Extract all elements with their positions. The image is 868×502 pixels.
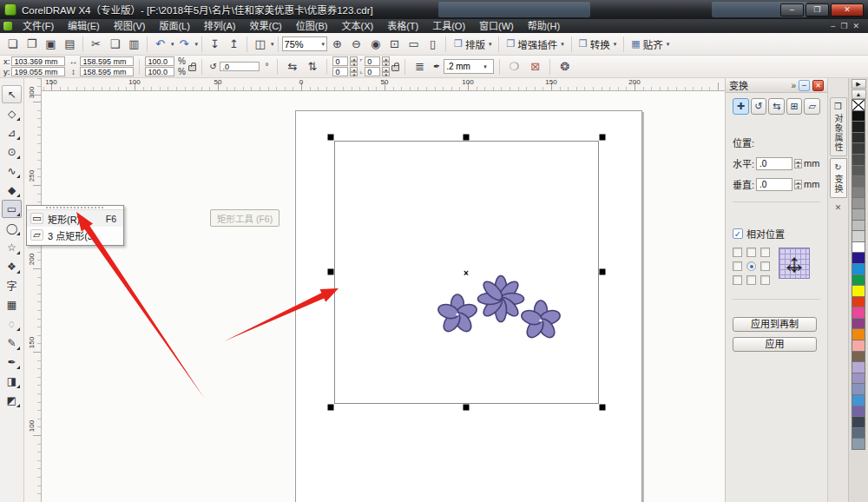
color-swatch[interactable] — [852, 241, 865, 254]
doc-minimize-button[interactable]: – — [831, 22, 835, 30]
maximize-button[interactable]: ❐ — [806, 3, 829, 17]
scale-x-field[interactable] — [145, 56, 174, 66]
outline-pen-tool[interactable]: ✒ — [2, 353, 22, 371]
color-swatch[interactable] — [852, 252, 865, 264]
menu-item-3[interactable]: 视图(V) — [107, 19, 153, 33]
corner-lock-icon[interactable] — [391, 65, 399, 71]
skew-button[interactable]: ▱ — [804, 98, 820, 115]
fill-tool[interactable]: ◨ — [2, 372, 22, 390]
basic-shapes-tool[interactable]: ❖ — [2, 257, 22, 275]
tab-object-properties[interactable]: ❒对象属性 — [830, 97, 847, 156]
anchor-checkbox[interactable] — [733, 261, 742, 271]
color-swatch[interactable] — [852, 383, 865, 395]
color-swatch[interactable] — [852, 438, 865, 450]
color-swatch[interactable] — [852, 318, 865, 330]
color-swatch[interactable] — [852, 110, 865, 122]
copy-icon[interactable]: ❑ — [106, 36, 124, 53]
color-swatch[interactable] — [852, 340, 865, 352]
vertical-ruler[interactable]: 300250200150100 — [24, 78, 42, 502]
color-swatch[interactable] — [852, 373, 865, 385]
text-tool[interactable]: 字 — [2, 276, 22, 294]
y-position-field[interactable] — [11, 67, 65, 76]
menu-item-3-point-rectangle[interactable]: ▱ 3 点矩形(3) — [27, 227, 123, 243]
menu-item-11[interactable]: 窗口(W) — [472, 19, 521, 33]
horizontal-spinner[interactable]: ▴▾ — [794, 159, 802, 168]
menu-item-1[interactable]: 文件(F) — [16, 19, 61, 33]
zoom-page-width-icon[interactable]: ▯ — [424, 36, 442, 53]
anchor-checkbox[interactable] — [760, 261, 770, 271]
scale-lock-icon[interactable] — [188, 65, 196, 71]
zoom-in-icon[interactable]: ⊕ — [328, 36, 346, 53]
corner-spinner[interactable]: ▴▾ — [382, 67, 390, 76]
save-icon[interactable]: ▣ — [42, 36, 60, 53]
color-swatch[interactable] — [852, 154, 865, 166]
anchor-checkbox[interactable] — [733, 248, 742, 257]
app-launcher-icon[interactable]: ◫ — [251, 36, 269, 53]
mirror-vertical-button[interactable]: ⇅ — [303, 58, 321, 76]
doc-restore-button[interactable]: ❐ — [840, 22, 847, 30]
position-button[interactable]: ✚ — [733, 98, 749, 115]
table-tool[interactable]: ▦ — [2, 295, 22, 314]
docker-tab-close-button[interactable]: ✕ — [835, 203, 842, 212]
anchor-checkbox[interactable] — [733, 275, 742, 285]
x-position-field[interactable] — [11, 56, 65, 66]
menu-item-9[interactable]: 表格(T) — [380, 19, 425, 33]
chevron-down-icon[interactable]: ▾ — [271, 41, 274, 48]
object-width-field[interactable] — [80, 56, 134, 66]
rotation-field[interactable] — [220, 62, 260, 71]
anchor-checkbox[interactable] — [746, 275, 756, 285]
color-swatch[interactable] — [852, 361, 865, 373]
apply-to-duplicate-button[interactable]: 应用到再制 — [733, 317, 817, 332]
color-swatch[interactable] — [852, 296, 865, 308]
docker-minimize-button[interactable]: – — [799, 80, 810, 91]
wrap-text-button[interactable]: ≣ — [411, 58, 429, 76]
paste-icon[interactable]: ▥ — [125, 36, 143, 53]
scale-mirror-button[interactable]: ⇆ — [768, 98, 785, 115]
tab-transform[interactable]: ↻变换 — [830, 158, 847, 198]
size-button[interactable]: ⊞ — [786, 98, 803, 115]
flower-shape[interactable] — [478, 276, 524, 322]
zoom-page-icon[interactable]: ▭ — [404, 36, 423, 53]
new-document-icon[interactable]: ❏ — [3, 36, 22, 53]
undo-icon[interactable]: ↶ — [151, 36, 169, 53]
color-swatch[interactable] — [852, 132, 865, 144]
menu-item-7[interactable]: 位图(B) — [289, 19, 335, 33]
color-swatch[interactable] — [852, 285, 865, 297]
interactive-fill-tool[interactable]: ◩ — [2, 391, 22, 409]
docker-close-button[interactable]: ✕ — [812, 80, 824, 91]
color-swatch[interactable] — [852, 230, 865, 242]
color-swatch[interactable] — [852, 165, 865, 177]
horizontal-ruler[interactable]: 15010050050100150200 — [42, 78, 725, 91]
color-swatch[interactable] — [852, 187, 865, 199]
color-swatch[interactable] — [852, 197, 865, 209]
anchor-checkbox[interactable] — [760, 248, 770, 257]
corner-radius-field[interactable] — [365, 67, 380, 76]
export-icon[interactable]: ↥ — [225, 36, 243, 53]
polygon-tool[interactable]: ☆ — [2, 238, 22, 256]
zoom-out-icon[interactable]: ⊖ — [347, 36, 365, 53]
snap-button[interactable]: ▦贴齐▾ — [627, 36, 674, 52]
zoom-tool[interactable]: ⊙ — [2, 142, 22, 161]
corner-radius-field[interactable] — [332, 56, 348, 66]
redo-icon[interactable]: ↷ — [175, 36, 194, 53]
crop-tool[interactable]: ⊿ — [2, 123, 22, 142]
corner-spinner[interactable]: ▴▾ — [350, 56, 358, 66]
vertical-spinner[interactable]: ▴▾ — [794, 180, 802, 189]
corner-spinner[interactable]: ▴▾ — [350, 67, 358, 76]
zoom-selected-icon[interactable]: ◉ — [366, 36, 385, 53]
menu-item-12[interactable]: 帮助(H) — [521, 19, 567, 33]
flower-shape[interactable] — [520, 301, 562, 340]
symmetry-button[interactable]: ❂ — [556, 58, 574, 76]
zoom-level-input[interactable] — [285, 39, 319, 50]
color-swatch[interactable] — [852, 406, 865, 418]
freehand-tool[interactable]: ∿ — [2, 162, 22, 180]
color-swatch[interactable] — [852, 416, 865, 428]
menu-item-10[interactable]: 工具(O) — [425, 19, 472, 33]
palette-options-button[interactable]: ▶ — [852, 79, 866, 89]
print-icon[interactable]: ▤ — [61, 36, 79, 53]
color-swatch[interactable] — [852, 220, 865, 232]
menu-item-rectangle[interactable]: ▭ 矩形(R) F6 — [27, 210, 123, 227]
apply-button[interactable]: 应用 — [733, 337, 817, 352]
close-button[interactable]: ✕ — [831, 3, 864, 17]
corner-spinner[interactable]: ▴▾ — [382, 56, 390, 66]
